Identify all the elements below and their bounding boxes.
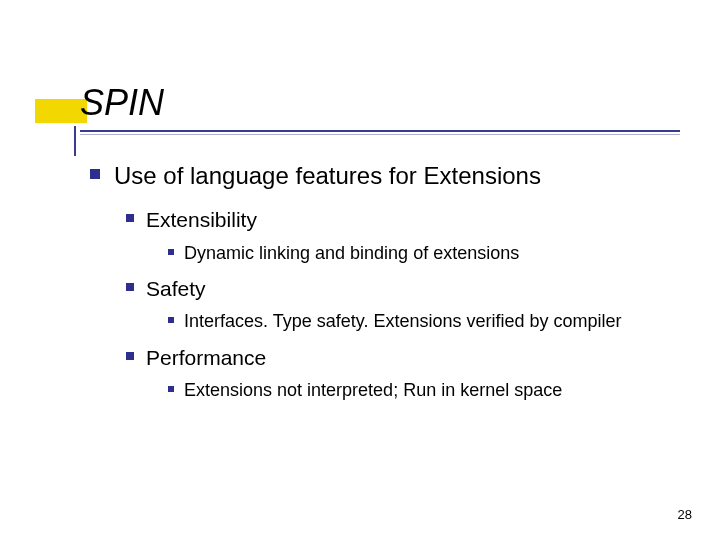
bullet-level2: Extensibility [126,206,680,234]
slide: SPIN Use of language features for Extens… [0,0,720,540]
bullet-level3: Dynamic linking and binding of extension… [168,241,680,265]
square-bullet-icon [168,249,174,255]
square-bullet-icon [126,214,134,222]
bullet-l2-text: Safety [146,275,206,303]
bullet-l2-text: Extensibility [146,206,257,234]
bullet-level2: Performance [126,344,680,372]
square-bullet-icon [126,352,134,360]
title-underline [80,130,680,135]
title-underline-secondary [80,134,680,135]
title-underline-primary [80,130,680,132]
bullet-l1-text: Use of language features for Extensions [114,160,541,192]
square-bullet-icon [168,386,174,392]
page-number: 28 [678,507,692,522]
bullet-l3-text: Interfaces. Type safety. Extensions veri… [184,309,622,333]
bullet-level1: Use of language features for Extensions [90,160,680,192]
square-bullet-icon [168,317,174,323]
square-bullet-icon [126,283,134,291]
bullet-l3-text: Dynamic linking and binding of extension… [184,241,519,265]
bullet-level2: Safety [126,275,680,303]
bullet-l2-text: Performance [146,344,266,372]
bullet-level3: Interfaces. Type safety. Extensions veri… [168,309,680,333]
content-area: Use of language features for Extensions … [90,160,680,412]
slide-title: SPIN [80,82,680,128]
bullet-level3: Extensions not interpreted; Run in kerne… [168,378,680,402]
title-rule-tick [74,126,76,156]
bullet-l3-text: Extensions not interpreted; Run in kerne… [184,378,562,402]
title-area: SPIN [80,82,680,135]
square-bullet-icon [90,169,100,179]
